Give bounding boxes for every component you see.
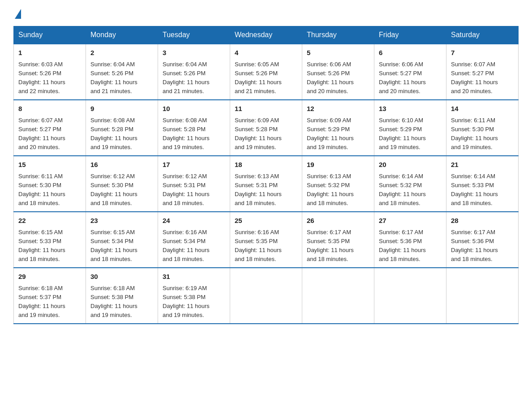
day-info: Sunrise: 6:16 AMSunset: 5:35 PMDaylight:…: [235, 229, 282, 262]
day-cell: 22 Sunrise: 6:15 AMSunset: 5:33 PMDaylig…: [14, 212, 86, 268]
col-header-saturday: Saturday: [446, 26, 519, 44]
day-cell: 18 Sunrise: 6:13 AMSunset: 5:31 PMDaylig…: [230, 156, 302, 212]
day-info: Sunrise: 6:13 AMSunset: 5:32 PMDaylight:…: [307, 173, 354, 206]
day-number: 15: [18, 160, 81, 170]
page-header: [13, 9, 519, 17]
week-row-4: 22 Sunrise: 6:15 AMSunset: 5:33 PMDaylig…: [14, 212, 519, 268]
day-info: Sunrise: 6:17 AMSunset: 5:36 PMDaylight:…: [379, 229, 426, 262]
day-number: 29: [18, 272, 81, 282]
week-row-3: 15 Sunrise: 6:11 AMSunset: 5:30 PMDaylig…: [14, 156, 519, 212]
day-cell: 13 Sunrise: 6:10 AMSunset: 5:29 PMDaylig…: [374, 100, 446, 156]
day-cell: [446, 268, 519, 324]
day-cell: 17 Sunrise: 6:12 AMSunset: 5:31 PMDaylig…: [158, 156, 230, 212]
day-cell: 8 Sunrise: 6:07 AMSunset: 5:27 PMDayligh…: [14, 100, 86, 156]
day-cell: 1 Sunrise: 6:03 AMSunset: 5:26 PMDayligh…: [14, 44, 86, 100]
col-header-wednesday: Wednesday: [230, 26, 302, 44]
day-number: 1: [18, 48, 81, 58]
day-number: 23: [90, 216, 153, 226]
day-info: Sunrise: 6:13 AMSunset: 5:31 PMDaylight:…: [235, 173, 282, 206]
col-header-friday: Friday: [374, 26, 446, 44]
day-number: 16: [90, 160, 153, 170]
day-cell: 11 Sunrise: 6:09 AMSunset: 5:28 PMDaylig…: [230, 100, 302, 156]
day-cell: 26 Sunrise: 6:17 AMSunset: 5:35 PMDaylig…: [302, 212, 374, 268]
day-cell: 19 Sunrise: 6:13 AMSunset: 5:32 PMDaylig…: [302, 156, 374, 212]
day-cell: 21 Sunrise: 6:14 AMSunset: 5:33 PMDaylig…: [446, 156, 519, 212]
day-info: Sunrise: 6:11 AMSunset: 5:30 PMDaylight:…: [451, 117, 498, 150]
day-cell: 23 Sunrise: 6:15 AMSunset: 5:34 PMDaylig…: [86, 212, 158, 268]
day-cell: 16 Sunrise: 6:12 AMSunset: 5:30 PMDaylig…: [86, 156, 158, 212]
day-info: Sunrise: 6:06 AMSunset: 5:27 PMDaylight:…: [379, 61, 426, 94]
day-cell: [302, 268, 374, 324]
day-number: 17: [163, 160, 225, 170]
day-cell: 10 Sunrise: 6:08 AMSunset: 5:28 PMDaylig…: [158, 100, 230, 156]
day-info: Sunrise: 6:11 AMSunset: 5:30 PMDaylight:…: [18, 173, 65, 206]
day-number: 25: [235, 216, 297, 226]
day-number: 30: [90, 272, 153, 282]
day-info: Sunrise: 6:10 AMSunset: 5:29 PMDaylight:…: [379, 117, 426, 150]
logo: [13, 9, 21, 17]
day-info: Sunrise: 6:14 AMSunset: 5:33 PMDaylight:…: [451, 173, 498, 206]
day-number: 19: [307, 160, 369, 170]
day-info: Sunrise: 6:18 AMSunset: 5:38 PMDaylight:…: [90, 285, 137, 318]
day-number: 9: [90, 104, 153, 114]
col-header-tuesday: Tuesday: [158, 26, 230, 44]
day-number: 13: [379, 104, 442, 114]
day-info: Sunrise: 6:17 AMSunset: 5:36 PMDaylight:…: [451, 229, 498, 262]
day-cell: 28 Sunrise: 6:17 AMSunset: 5:36 PMDaylig…: [446, 212, 519, 268]
day-cell: 15 Sunrise: 6:11 AMSunset: 5:30 PMDaylig…: [14, 156, 86, 212]
day-info: Sunrise: 6:14 AMSunset: 5:32 PMDaylight:…: [379, 173, 426, 206]
calendar-table: SundayMondayTuesdayWednesdayThursdayFrid…: [13, 26, 519, 324]
logo-top: [13, 9, 21, 19]
day-info: Sunrise: 6:15 AMSunset: 5:34 PMDaylight:…: [90, 229, 137, 262]
day-number: 28: [451, 216, 514, 226]
day-cell: 5 Sunrise: 6:06 AMSunset: 5:26 PMDayligh…: [302, 44, 374, 100]
day-info: Sunrise: 6:16 AMSunset: 5:34 PMDaylight:…: [163, 229, 210, 262]
day-number: 2: [90, 48, 153, 58]
day-cell: [374, 268, 446, 324]
day-cell: 2 Sunrise: 6:04 AMSunset: 5:26 PMDayligh…: [86, 44, 158, 100]
col-header-sunday: Sunday: [14, 26, 86, 44]
day-info: Sunrise: 6:12 AMSunset: 5:31 PMDaylight:…: [163, 173, 210, 206]
day-cell: 24 Sunrise: 6:16 AMSunset: 5:34 PMDaylig…: [158, 212, 230, 268]
day-cell: 20 Sunrise: 6:14 AMSunset: 5:32 PMDaylig…: [374, 156, 446, 212]
day-number: 7: [451, 48, 514, 58]
day-info: Sunrise: 6:18 AMSunset: 5:37 PMDaylight:…: [18, 285, 65, 318]
calendar-header-row: SundayMondayTuesdayWednesdayThursdayFrid…: [14, 26, 519, 44]
day-number: 27: [379, 216, 442, 226]
day-info: Sunrise: 6:06 AMSunset: 5:26 PMDaylight:…: [307, 61, 354, 94]
day-number: 3: [163, 48, 225, 58]
day-info: Sunrise: 6:08 AMSunset: 5:28 PMDaylight:…: [163, 117, 210, 150]
day-number: 4: [235, 48, 297, 58]
day-number: 31: [163, 272, 225, 282]
day-cell: 31 Sunrise: 6:19 AMSunset: 5:38 PMDaylig…: [158, 268, 230, 324]
day-info: Sunrise: 6:17 AMSunset: 5:35 PMDaylight:…: [307, 229, 354, 262]
day-info: Sunrise: 6:09 AMSunset: 5:28 PMDaylight:…: [235, 117, 282, 150]
day-cell: 14 Sunrise: 6:11 AMSunset: 5:30 PMDaylig…: [446, 100, 519, 156]
day-info: Sunrise: 6:08 AMSunset: 5:28 PMDaylight:…: [90, 117, 137, 150]
col-header-monday: Monday: [86, 26, 158, 44]
day-cell: 12 Sunrise: 6:09 AMSunset: 5:29 PMDaylig…: [302, 100, 374, 156]
week-row-5: 29 Sunrise: 6:18 AMSunset: 5:37 PMDaylig…: [14, 268, 519, 324]
day-cell: 25 Sunrise: 6:16 AMSunset: 5:35 PMDaylig…: [230, 212, 302, 268]
day-number: 8: [18, 104, 81, 114]
day-number: 11: [235, 104, 297, 114]
day-info: Sunrise: 6:12 AMSunset: 5:30 PMDaylight:…: [90, 173, 137, 206]
day-number: 22: [18, 216, 81, 226]
day-number: 21: [451, 160, 514, 170]
day-number: 5: [307, 48, 369, 58]
day-info: Sunrise: 6:04 AMSunset: 5:26 PMDaylight:…: [90, 61, 137, 94]
col-header-thursday: Thursday: [302, 26, 374, 44]
week-row-2: 8 Sunrise: 6:07 AMSunset: 5:27 PMDayligh…: [14, 100, 519, 156]
day-cell: 27 Sunrise: 6:17 AMSunset: 5:36 PMDaylig…: [374, 212, 446, 268]
day-number: 18: [235, 160, 297, 170]
day-number: 14: [451, 104, 514, 114]
day-cell: 30 Sunrise: 6:18 AMSunset: 5:38 PMDaylig…: [86, 268, 158, 324]
day-info: Sunrise: 6:07 AMSunset: 5:27 PMDaylight:…: [451, 61, 498, 94]
day-cell: 3 Sunrise: 6:04 AMSunset: 5:26 PMDayligh…: [158, 44, 230, 100]
day-cell: [230, 268, 302, 324]
day-info: Sunrise: 6:09 AMSunset: 5:29 PMDaylight:…: [307, 117, 354, 150]
day-number: 20: [379, 160, 442, 170]
day-info: Sunrise: 6:05 AMSunset: 5:26 PMDaylight:…: [235, 61, 282, 94]
day-number: 24: [163, 216, 225, 226]
day-info: Sunrise: 6:04 AMSunset: 5:26 PMDaylight:…: [163, 61, 210, 94]
